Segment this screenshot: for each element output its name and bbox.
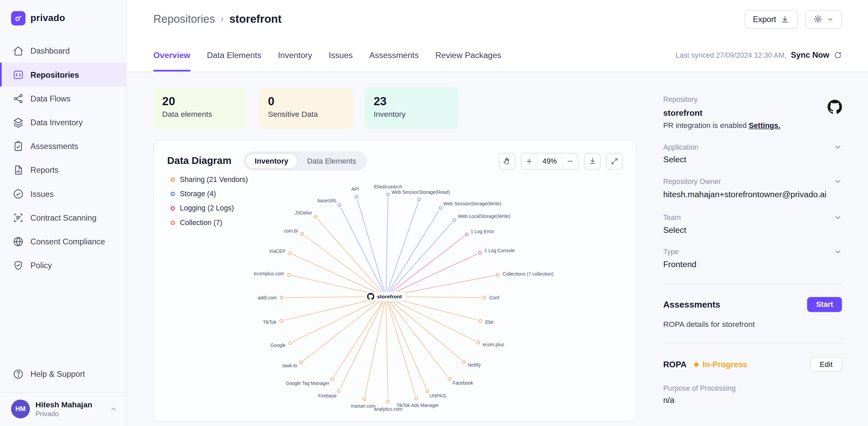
svg-text:ViaCEP: ViaCEP [269, 248, 285, 254]
settings-link[interactable]: Settings. [749, 122, 780, 130]
tab-issues[interactable]: Issues [329, 38, 353, 72]
refresh-icon[interactable] [834, 51, 842, 59]
ropa-row: ROPA In-Progress Edit [663, 357, 842, 372]
start-assessment-button[interactable]: Start [807, 297, 842, 312]
tab-review-packages[interactable]: Review Packages [435, 38, 501, 72]
svg-text:Conf: Conf [489, 295, 499, 300]
chevron-down-icon[interactable] [834, 143, 842, 151]
svg-text:Ebit: Ebit [485, 319, 493, 325]
toggle-inventory-button[interactable]: Inventory [245, 153, 298, 169]
breadcrumb-repositories[interactable]: Repositories [153, 13, 215, 26]
type-select[interactable]: Type Frontend [663, 248, 842, 269]
sidebar-item-label: Assessments [31, 142, 78, 150]
sidebar-item-data-inventory[interactable]: Data Inventory [0, 110, 126, 134]
diagram-center-node[interactable]: storefront [364, 291, 407, 302]
sidebar-item-data-flows[interactable]: Data Flows [0, 87, 126, 110]
legend-item-collection: Collection (7) [171, 218, 248, 226]
stat-value: 20 [162, 95, 238, 108]
sidebar-item-label: Issues [31, 189, 54, 198]
stat-label: Data elements [162, 110, 238, 118]
svg-text:com.br: com.br [284, 228, 298, 234]
sidebar-item-reports[interactable]: Reports [0, 158, 126, 182]
collection-dot-icon [171, 220, 175, 225]
sidebar-item-policy[interactable]: Policy [0, 253, 126, 277]
stat-card-sensitive-data: 0 Sensitive Data [259, 88, 353, 129]
svg-text:martan.com: martan.com [351, 403, 376, 409]
content-area: 20 Data elements 0 Sensitive Data 23 Inv… [127, 72, 868, 426]
github-icon[interactable] [828, 100, 842, 114]
team-select[interactable]: Team Select [663, 214, 842, 235]
repository-label: Repository [663, 95, 842, 104]
tab-data-elements[interactable]: Data Elements [207, 38, 261, 72]
settings-menu-button[interactable] [805, 10, 842, 29]
divider [663, 343, 842, 344]
brand-logo[interactable]: privado [0, 0, 126, 32]
sync-now-button[interactable]: Sync Now [791, 51, 829, 59]
details-panel: Repository storefront PR integration is … [663, 88, 842, 426]
page-title: storefront [229, 13, 281, 26]
diagram-toggle-group: Inventory Data Elements [243, 151, 367, 171]
sidebar-item-consent-compliance[interactable]: Consent Compliance [0, 229, 126, 253]
sharing-dot-icon [171, 177, 175, 182]
repository-owner-select[interactable]: Repository Owner hitesh.mahajan+storefro… [663, 177, 842, 200]
chevron-up-icon[interactable] [110, 405, 117, 413]
assessments-title: Assessments [663, 300, 720, 310]
svg-text:Google Tag Manager: Google Tag Manager [285, 381, 330, 386]
sidebar-item-label: Data Inventory [31, 118, 83, 127]
pr-integration-text: PR integration is enabled [663, 122, 747, 130]
sidebar-nav: Dashboard Repositories Data Flows Data I… [0, 39, 126, 277]
svg-text:Web SessionStorage(Write): Web SessionStorage(Write) [443, 201, 501, 206]
sidebar-item-label: Contract Scanning [31, 213, 97, 222]
zoom-level: 49% [537, 153, 563, 169]
tab-overview[interactable]: Overview [153, 38, 190, 72]
tab-assessments[interactable]: Assessments [369, 38, 419, 72]
sidebar-item-issues[interactable]: Issues [0, 182, 126, 206]
zoom-out-button[interactable] [563, 153, 578, 169]
data-diagram-card: Data Diagram Inventory Data Elements 49% [153, 140, 636, 421]
chevron-down-icon[interactable] [834, 177, 842, 185]
diagram-download-button[interactable] [584, 153, 600, 169]
tab-inventory[interactable]: Inventory [278, 38, 312, 72]
stat-card-data-elements: 20 Data elements [153, 88, 247, 129]
chevron-down-icon[interactable] [834, 248, 842, 256]
stat-value: 0 [268, 95, 344, 108]
team-label: Team [663, 214, 681, 222]
chevron-down-icon[interactable] [834, 214, 842, 222]
sidebar: privado Dashboard Repositories Data Flow… [0, 0, 127, 426]
divider [663, 283, 842, 284]
application-select[interactable]: Application Select [663, 143, 842, 164]
user-name: Hitesh Mahajan [35, 400, 92, 410]
app-window: privado Dashboard Repositories Data Flow… [0, 0, 868, 426]
sidebar-item-repositories[interactable]: Repositories [0, 62, 126, 86]
export-button[interactable]: Export [745, 10, 798, 29]
repository-owner-value: hitesh.mahajan+storefrontowner@privado.a… [663, 189, 842, 200]
legend-label: Sharing (21 Vendors) [180, 175, 248, 183]
team-value: Select [663, 225, 842, 235]
zoom-in-button[interactable] [521, 153, 537, 169]
pan-hand-button[interactable] [499, 153, 515, 169]
toggle-data-elements-button[interactable]: Data Elements [298, 153, 366, 169]
logging-dot-icon [171, 206, 175, 210]
tab-bar: Overview Data Elements Inventory Issues … [127, 38, 868, 72]
svg-text:ecom.plus: ecom.plus [483, 342, 504, 347]
svg-text:Netlify: Netlify [468, 362, 481, 368]
user-menu[interactable]: HM Hitesh Mahajan Privado [0, 393, 126, 426]
diagram-canvas[interactable]: Sharing (21 Vendors) Storage (4) Logging… [154, 175, 636, 421]
svg-text:API: API [351, 186, 359, 192]
chevron-down-icon [827, 16, 834, 23]
svg-text:addl.com: addl.com [258, 295, 277, 300]
legend-label: Storage (4) [180, 189, 216, 198]
flow-icon [13, 93, 24, 104]
edit-ropa-button[interactable]: Edit [810, 357, 842, 372]
brand-name: privado [31, 13, 65, 24]
fullscreen-button[interactable] [606, 153, 623, 169]
sidebar-item-help-support[interactable]: Help & Support [0, 362, 126, 386]
repository-section: Repository storefront PR integration is … [663, 95, 842, 130]
sidebar-item-contract-scanning[interactable]: Contract Scanning [0, 206, 126, 229]
globe-icon [13, 236, 24, 247]
sidebar-item-dashboard[interactable]: Dashboard [0, 39, 126, 62]
sidebar-item-assessments[interactable]: Assessments [0, 134, 126, 158]
sidebar-item-label: Reports [31, 165, 59, 174]
shield-check-icon [13, 260, 24, 271]
purpose-section: Purpose of Processing n/a [663, 384, 842, 405]
